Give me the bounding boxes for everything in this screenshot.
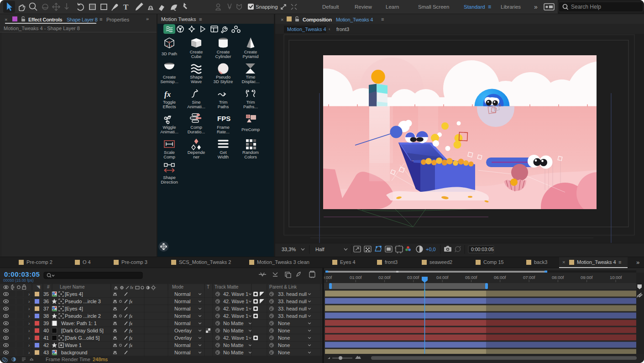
svg-text:seaweed2: seaweed2 (429, 259, 452, 265)
svg-text:10:00f: 10:00f (610, 275, 622, 280)
svg-text:Motion_Tweaks 3 clean: Motion_Tweaks 3 clean (257, 259, 309, 265)
svg-text:Layer Name: Layer Name (60, 284, 85, 289)
svg-text:42. Wave 1: 42. Wave 1 (223, 306, 248, 311)
svg-text:Pseudo ...ircle 3: Pseudo ...ircle 3 (65, 299, 101, 304)
svg-text:33. head null: 33. head null (278, 291, 307, 297)
svg-text:front3: front3 (385, 259, 398, 265)
svg-text:Colors: Colors (244, 154, 257, 159)
svg-text:Rate...: Rate... (217, 129, 230, 134)
svg-text:Width: Width (218, 154, 229, 159)
svg-text:None: None (278, 321, 290, 326)
svg-text:back3: back3 (534, 259, 547, 265)
svg-text:T: T (123, 3, 129, 11)
svg-text:33. head null: 33. head null (278, 306, 307, 311)
svg-text:Paths...: Paths... (243, 104, 258, 109)
svg-text:00050 (15.00 fps): 00050 (15.00 fps) (3, 278, 34, 283)
svg-text:Motion_Tweaks 4: Motion_Tweaks 4 (577, 259, 616, 265)
svg-text:No Matte: No Matte (223, 328, 244, 333)
svg-text:Eyes 4: Eyes 4 (340, 259, 356, 265)
svg-text:×: × (562, 259, 565, 265)
svg-text:06:00f: 06:00f (494, 275, 506, 280)
svg-text:Semisp...: Semisp... (160, 79, 178, 84)
svg-text:3D Stylize: 3D Stylize (214, 79, 233, 84)
svg-text:background: background (61, 350, 88, 355)
svg-text:None: None (278, 350, 290, 355)
svg-text:Normal: Normal (174, 313, 190, 319)
svg-text:02:00f: 02:00f (378, 275, 391, 280)
svg-text:›: › (28, 343, 30, 348)
svg-text:Pre-comp 2: Pre-comp 2 (26, 259, 52, 265)
svg-text:Standard: Standard (464, 4, 485, 10)
svg-text:PreComp: PreComp (241, 127, 260, 132)
svg-text:fx: fx (130, 285, 134, 290)
svg-text:»: » (636, 259, 639, 266)
svg-text:Learn: Learn (386, 4, 399, 10)
svg-text:Displac...: Displac... (241, 79, 259, 84)
svg-text:›: › (28, 292, 30, 297)
svg-text:Duratio...: Duratio... (188, 129, 205, 134)
svg-text:None: None (278, 335, 290, 341)
svg-text:+0,0: +0,0 (426, 247, 436, 252)
svg-text:Normal: Normal (174, 291, 190, 297)
svg-text:Pseudo ...ircle 2: Pseudo ...ircle 2 (65, 313, 101, 319)
svg-text:38: 38 (43, 313, 49, 319)
svg-text:Frame Render Time: Frame Render Time (46, 357, 90, 362)
svg-text:42. Wave 1: 42. Wave 1 (223, 299, 248, 304)
svg-text:43: 43 (43, 350, 49, 355)
svg-text:Pyramid: Pyramid (243, 54, 259, 59)
svg-text:Normal: Normal (174, 350, 190, 355)
svg-text:01:00f: 01:00f (350, 275, 362, 280)
svg-text:Animati...: Animati... (160, 129, 178, 134)
svg-text:0:00:03:05: 0:00:03:05 (471, 247, 494, 252)
svg-text:No Matte: No Matte (223, 321, 244, 326)
svg-text:39: 39 (43, 321, 49, 326)
svg-text:Pre-comp 3: Pre-comp 3 (121, 259, 147, 265)
svg-text:04:00f: 04:00f (436, 275, 449, 280)
svg-text:Half: Half (315, 247, 325, 252)
svg-text:Wave 1: Wave 1 (65, 342, 82, 348)
svg-text:Default: Default (322, 4, 339, 10)
svg-text:0:00f: 0:00f (324, 275, 332, 280)
svg-text:Direction: Direction (161, 179, 178, 184)
svg-text:Normal: Normal (174, 306, 190, 311)
svg-text:3D Path: 3D Path (162, 51, 177, 56)
svg-text:≡: ≡ (618, 259, 621, 265)
svg-text:≡: ≡ (488, 4, 491, 10)
svg-text:SCS_Motion_Tweaks 2: SCS_Motion_Tweaks 2 (179, 259, 231, 265)
svg-text:fx: fx (164, 90, 171, 99)
svg-text:No Matte: No Matte (223, 350, 244, 355)
svg-text:›: › (28, 350, 30, 355)
svg-text:33,3%: 33,3% (282, 247, 296, 252)
svg-text:›: › (28, 321, 30, 326)
svg-text:Small Screen: Small Screen (418, 4, 449, 10)
svg-text:37: 37 (43, 306, 49, 311)
svg-text:›: › (28, 328, 30, 333)
svg-text:42: 42 (43, 342, 49, 348)
svg-text:›: › (28, 299, 30, 304)
svg-text:None: None (278, 342, 290, 348)
svg-text:33. head null: 33. head null (278, 313, 307, 319)
svg-text:03:00f: 03:00f (407, 275, 419, 280)
svg-text:Overlay: Overlay (174, 335, 192, 341)
svg-text:Libraries: Libraries (501, 4, 521, 10)
svg-text:Search Help: Search Help (571, 4, 601, 10)
svg-text:FPS: FPS (217, 115, 230, 122)
svg-text:40: 40 (43, 328, 49, 333)
svg-text:42. Wave 1: 42. Wave 1 (223, 313, 248, 319)
svg-text:›: › (28, 336, 30, 341)
svg-text:O 4: O 4 (83, 259, 91, 265)
svg-text:[Eyes 4]: [Eyes 4] (65, 291, 83, 297)
svg-text:Animati...: Animati... (187, 104, 205, 109)
svg-text:Parent & Link: Parent & Link (269, 284, 297, 289)
svg-text:Review: Review (355, 4, 372, 10)
svg-text:Mode: Mode (172, 284, 183, 289)
svg-text:Comp: Comp (163, 154, 175, 159)
svg-text:Cube: Cube (191, 54, 202, 59)
svg-text:Cylinder: Cylinder (215, 54, 231, 59)
svg-text:08:00f: 08:00f (552, 275, 564, 280)
svg-text:Comp 15: Comp 15 (483, 259, 504, 265)
svg-text:0:00:03:05: 0:00:03:05 (4, 270, 40, 278)
svg-text:ner: ner (193, 154, 199, 159)
svg-text:›: › (28, 306, 30, 311)
svg-text:41: 41 (43, 335, 49, 341)
